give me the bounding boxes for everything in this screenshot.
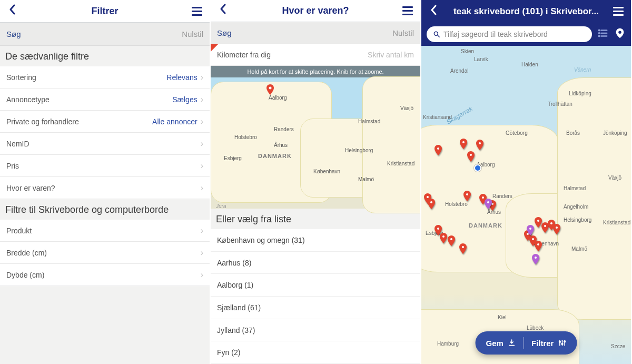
chevron-right-icon: › bbox=[201, 117, 203, 126]
list-item[interactable]: Aalborg (1) bbox=[211, 274, 420, 297]
back-icon[interactable] bbox=[427, 4, 441, 19]
svg-point-20 bbox=[442, 235, 445, 238]
map-view-icon[interactable] bbox=[614, 27, 626, 41]
search-input[interactable]: Tilføj søgeord til teak skrivebord bbox=[427, 26, 592, 42]
sliders-icon bbox=[558, 339, 566, 347]
svg-point-14 bbox=[427, 196, 429, 198]
row-sortering[interactable]: SorteringRelevans› bbox=[0, 66, 210, 88]
row-produkt[interactable]: Produkt› bbox=[0, 220, 210, 242]
results-map[interactable]: Skagerrak DANMARK Skien Larvik Arendal H… bbox=[421, 46, 631, 364]
chevron-right-icon: › bbox=[201, 226, 203, 235]
download-icon bbox=[508, 339, 516, 347]
row-annoncetype[interactable]: AnnoncetypeSælges› bbox=[0, 88, 210, 111]
row-bredde[interactable]: Bredde (cm)› bbox=[0, 242, 210, 264]
km-label: Kilometer fra dig bbox=[217, 51, 271, 59]
map-pin-icon[interactable] bbox=[535, 217, 542, 230]
page-title: teak skrivebord (101) i Skrivebor... bbox=[441, 6, 611, 17]
back-icon[interactable] bbox=[216, 3, 231, 18]
map-pin-icon[interactable] bbox=[448, 235, 455, 248]
map-pin-icon[interactable] bbox=[428, 199, 435, 211]
header: Filtrer bbox=[0, 0, 210, 23]
svg-point-29 bbox=[537, 243, 539, 245]
list-item[interactable]: København og omegn (31) bbox=[211, 229, 420, 252]
page-title: Filtrer bbox=[20, 6, 190, 17]
svg-point-23 bbox=[537, 220, 539, 222]
row-private[interactable]: Private og forhandlereAlle annoncer› bbox=[0, 111, 210, 133]
map-pin-icon[interactable] bbox=[532, 254, 539, 267]
svg-point-9 bbox=[618, 31, 621, 34]
svg-line-2 bbox=[438, 35, 440, 37]
svg-point-36 bbox=[559, 341, 560, 343]
search-icon bbox=[433, 31, 440, 38]
list-item[interactable]: Fyn (2) bbox=[211, 341, 420, 364]
map-pin-icon[interactable] bbox=[485, 199, 492, 211]
save-button[interactable]: Gem bbox=[486, 339, 516, 348]
filter-button[interactable]: Filtrer bbox=[531, 339, 567, 348]
menu-icon[interactable] bbox=[400, 6, 415, 15]
section-header-usual: De sædvanlige filtre bbox=[0, 46, 210, 66]
chevron-right-icon: › bbox=[201, 161, 203, 171]
chevron-right-icon: › bbox=[201, 95, 203, 104]
map-pin-icon[interactable] bbox=[527, 225, 534, 238]
map-pin-icon[interactable] bbox=[476, 140, 483, 152]
svg-point-13 bbox=[470, 154, 472, 156]
subbar: Søg Nulstil bbox=[0, 23, 210, 46]
svg-point-11 bbox=[462, 141, 465, 143]
back-icon[interactable] bbox=[5, 4, 20, 18]
menu-icon[interactable] bbox=[611, 7, 626, 16]
chevron-right-icon: › bbox=[201, 183, 203, 193]
svg-point-6 bbox=[599, 30, 600, 31]
svg-point-37 bbox=[561, 343, 563, 345]
search-link[interactable]: Søg bbox=[6, 29, 21, 38]
map-pin-icon[interactable] bbox=[440, 233, 447, 245]
location-map[interactable]: Hold på kort for at skifte placering. Kn… bbox=[211, 66, 420, 209]
row-nemid[interactable]: NemID› bbox=[0, 133, 210, 155]
svg-point-32 bbox=[535, 257, 537, 259]
search-placeholder: Tilføj søgeord til teak skrivebord bbox=[443, 30, 548, 38]
current-location-dot bbox=[474, 164, 481, 172]
menu-icon[interactable] bbox=[190, 7, 204, 16]
subbar: Søg Nulstil bbox=[211, 22, 420, 45]
reset-link[interactable]: Nulstil bbox=[392, 28, 414, 37]
svg-point-19 bbox=[437, 228, 439, 230]
list-view-icon[interactable] bbox=[597, 27, 609, 41]
map-pin-icon[interactable] bbox=[434, 145, 442, 158]
row-location[interactable]: Hvor er varen?› bbox=[0, 177, 210, 199]
chevron-right-icon: › bbox=[201, 270, 203, 280]
svg-point-10 bbox=[437, 147, 439, 150]
svg-point-25 bbox=[550, 222, 552, 224]
km-input-row[interactable]: Kilometer fra dig Skriv antal km bbox=[211, 44, 420, 66]
reset-link[interactable]: Nulstil bbox=[182, 29, 203, 38]
svg-point-38 bbox=[564, 341, 566, 342]
search-bar: Tilføj søgeord til teak skrivebord bbox=[421, 23, 631, 46]
svg-point-16 bbox=[466, 193, 468, 195]
chevron-right-icon: › bbox=[201, 139, 203, 149]
row-pris[interactable]: Pris› bbox=[0, 155, 210, 177]
svg-point-12 bbox=[479, 142, 481, 144]
map-pin-icon[interactable] bbox=[553, 224, 560, 237]
page-title: Hvor er varen? bbox=[231, 5, 400, 16]
map-pin-icon[interactable] bbox=[459, 243, 467, 256]
svg-point-17 bbox=[482, 196, 484, 199]
pane-results: teak skrivebord (101) i Skrivebor... Til… bbox=[421, 0, 632, 364]
svg-point-24 bbox=[544, 225, 546, 227]
list-item[interactable]: Aarhus (8) bbox=[211, 252, 420, 274]
chevron-right-icon: › bbox=[201, 248, 203, 258]
svg-point-30 bbox=[487, 201, 489, 203]
map-hint: Hold på kort for at skifte placering. Kn… bbox=[211, 66, 420, 77]
svg-point-7 bbox=[599, 33, 600, 34]
svg-point-31 bbox=[529, 228, 531, 230]
search-link[interactable]: Søg bbox=[217, 28, 232, 37]
corner-badge-icon bbox=[211, 44, 218, 52]
svg-point-26 bbox=[556, 227, 558, 229]
row-dybde[interactable]: Dybde (cm)› bbox=[0, 264, 210, 286]
list-item[interactable]: Sjælland (61) bbox=[211, 297, 420, 319]
map-pin-icon[interactable] bbox=[467, 151, 475, 164]
map-pin-icon[interactable] bbox=[460, 139, 467, 151]
chevron-right-icon: › bbox=[201, 73, 203, 82]
map-pin-icon[interactable] bbox=[463, 191, 471, 203]
section-header-category: Filtre til Skriveborde og computerborde bbox=[0, 199, 210, 220]
map-pin-icon[interactable] bbox=[535, 241, 542, 253]
list-item[interactable]: Jylland (37) bbox=[211, 319, 420, 342]
svg-point-0 bbox=[269, 87, 272, 90]
